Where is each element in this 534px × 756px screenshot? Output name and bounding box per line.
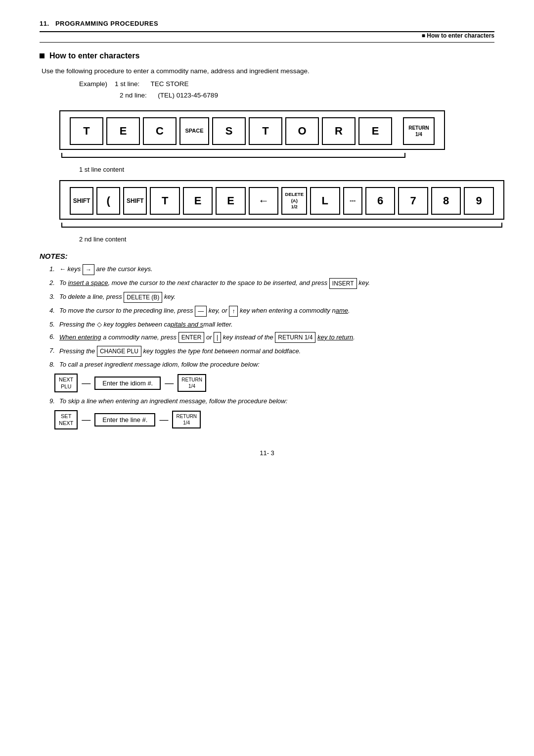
first-line-bracket <box>59 153 445 164</box>
proc8-diagram: NEXT PLU — Enter the idiom #. — RETURN 1… <box>54 374 494 393</box>
key-7: 7 <box>398 187 428 215</box>
key-S: S <box>212 117 246 145</box>
right-arrow-key: → <box>83 264 94 275</box>
note-7: 7. Pressing the CHANGE PLU key toggles t… <box>49 346 494 357</box>
proc8-arrow2: — <box>165 378 174 388</box>
proc8-key1: NEXT PLU <box>54 374 78 393</box>
proc9-arrow1: — <box>82 415 90 425</box>
note-1: 1. ← keys → are the cursor keys. <box>49 264 494 275</box>
page-number: 11- 3 <box>40 449 494 457</box>
note-8: 8. To call a preset ingredient message i… <box>49 360 494 370</box>
key-RETURN14: RETURN1/4 <box>403 117 435 145</box>
note-5-text: Pressing the ◇ key toggles between capit… <box>59 321 233 328</box>
section-header: 11. PROGRAMMING PROCEDURES ■ How to ente… <box>40 20 494 43</box>
note-7-text: Pressing the CHANGE PLU key toggles the … <box>59 347 301 355</box>
note-4-text: To move the cursor to the preceding line… <box>59 307 350 314</box>
sub-heading-text: ■ How to enter characters <box>422 32 494 39</box>
proc8-step: Enter the idiom #. <box>94 377 161 390</box>
key-8: 8 <box>431 187 461 215</box>
note-6-text: When entering a commodity name, press EN… <box>59 333 355 341</box>
key-SHIFT1: SHIFT <box>70 187 93 215</box>
note-2-text: To insert a space, move the cursor to th… <box>59 279 370 286</box>
key-E2: E <box>358 117 392 145</box>
key-6: 6 <box>365 187 396 215</box>
delete-b-key: DELETE (B) <box>124 292 162 303</box>
second-line-diagram: SHIFT ( SHIFT T E E ← DELETE(A)1/2 L ---… <box>59 180 504 220</box>
example-line1-value: TEC STORE <box>151 80 189 88</box>
minus-key: — <box>195 306 207 317</box>
bullet-icon <box>40 53 44 58</box>
insert-key: INSERT <box>329 278 357 289</box>
key-T: T <box>70 117 103 145</box>
notes-list: 1. ← keys → are the cursor keys. 2. To i… <box>40 264 494 370</box>
proc9-arrow2: — <box>159 415 168 425</box>
example-row1: Example) 1 st line: TEC STORE <box>79 79 494 90</box>
intro-text: Use the following procedure to enter a c… <box>42 67 494 75</box>
section-main-title: How to enter characters <box>49 51 139 60</box>
note-8-text: To call a preset ingredient message idio… <box>59 361 260 368</box>
example-line2-value: (TEL) 0123-45-6789 <box>158 92 218 99</box>
key-SPACE: SPACE <box>179 117 209 145</box>
example-line1-label: 1 st line: <box>115 80 139 88</box>
note-9-text: To skip a line when entering an ingredie… <box>59 397 287 405</box>
example-line2-label: 2 nd line: <box>120 92 147 99</box>
page: 11. PROGRAMMING PROCEDURES ■ How to ente… <box>0 0 534 756</box>
section-number: 11. <box>40 20 49 27</box>
note-6: 6. When entering a commodity name, press… <box>49 332 494 343</box>
key-9: 9 <box>464 187 494 215</box>
proc9-diagram: SET NEXT — Enter the line #. — RETURN 1/… <box>54 410 494 429</box>
second-line-bracket <box>59 223 504 234</box>
proc8-arrow1: — <box>82 378 90 388</box>
example-label: Example) <box>79 80 107 88</box>
note-3-text: To delete a line, press DELETE (B) key. <box>59 293 176 300</box>
change-plu-key: CHANGE PLU <box>97 346 141 357</box>
key-T3: T <box>150 187 180 215</box>
pipe-key: | <box>214 332 221 343</box>
diamond-symbol: ◇ <box>97 321 102 328</box>
example-row2: 2 nd line: (TEL) 0123-45-6789 <box>120 90 494 101</box>
proc9-step: Enter the line #. <box>94 413 155 426</box>
note-9: 9. To skip a line when entering an ingre… <box>49 396 494 406</box>
section-title: How to enter characters <box>40 51 494 60</box>
enter-key: ENTER <box>178 332 205 343</box>
key-DELETE-A: DELETE(A)1/2 <box>281 187 307 215</box>
note-3: 3. To delete a line, press DELETE (B) ke… <box>49 292 494 303</box>
key-E1: E <box>106 117 140 145</box>
key-left-arrow: ← <box>249 187 279 215</box>
key-E3: E <box>183 187 213 215</box>
proc9-return: RETURN 1/4 <box>172 411 201 428</box>
section-title-text: PROGRAMMING PROCEDURES <box>55 20 158 27</box>
notes-title: NOTES: <box>40 252 494 260</box>
key-dash: --- <box>343 187 362 215</box>
note-5: 5. Pressing the ◇ key toggles between ca… <box>49 320 494 330</box>
example-block: Example) 1 st line: TEC STORE 2 nd line:… <box>79 79 494 101</box>
notes-list-9: 9. To skip a line when entering an ingre… <box>40 396 494 406</box>
proc9-key1: SET NEXT <box>54 410 78 429</box>
key-T2: T <box>249 117 282 145</box>
key-SHIFT2: SHIFT <box>123 187 147 215</box>
key-C: C <box>143 117 177 145</box>
note-4: 4. To move the cursor to the preceding l… <box>49 306 494 317</box>
proc8-return: RETURN 1/4 <box>178 374 206 392</box>
key-open-paren: ( <box>96 187 120 215</box>
return-14-key: RETURN 1/4 <box>275 332 315 343</box>
note-1-text: ← keys → are the cursor keys. <box>59 265 153 273</box>
first-line-label: 1 st line content <box>79 166 494 173</box>
key-E4: E <box>216 187 246 215</box>
key-L: L <box>310 187 340 215</box>
key-O: O <box>285 117 319 145</box>
first-line-diagram: T E C SPACE S T O R E RETURN1/4 <box>59 110 445 150</box>
second-line-label: 2 nd line content <box>79 236 494 243</box>
key-R: R <box>322 117 356 145</box>
note-2: 2. To insert a space, move the cursor to… <box>49 278 494 289</box>
up-arrow-key: ↑ <box>229 306 238 317</box>
